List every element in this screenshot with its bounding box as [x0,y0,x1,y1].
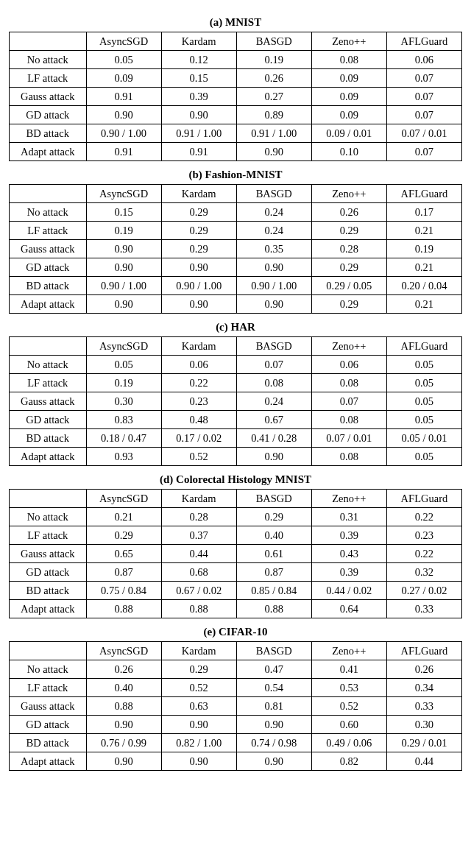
value-cell: 0.67 / 0.02 [161,582,236,600]
value-cell: 0.06 [386,51,461,69]
method-header: AFLGuard [386,490,461,508]
value-cell: 0.53 [311,679,386,697]
value-cell: 0.30 [86,392,161,411]
attack-label: BD attack [10,124,87,143]
method-header: AFLGuard [386,185,461,203]
value-cell: 0.44 / 0.02 [311,582,386,600]
value-cell: 0.29 [86,526,161,545]
value-cell: 0.33 [386,697,461,716]
value-cell: 0.37 [161,526,236,545]
method-header: Zeno++ [311,32,386,51]
method-header: AFLGuard [386,642,461,660]
value-cell: 0.41 / 0.28 [236,429,311,448]
method-header: BASGD [236,337,311,356]
value-cell: 0.40 [86,679,161,697]
value-cell: 0.07 / 0.01 [386,124,461,143]
value-cell: 0.15 [86,203,161,222]
value-cell: 0.83 [86,411,161,429]
method-header: BASGD [236,642,311,660]
value-cell: 0.90 [86,258,161,277]
value-cell: 0.87 [86,563,161,582]
value-cell: 0.19 [386,240,461,258]
value-cell: 0.61 [236,545,311,563]
attack-label: GD attack [10,106,87,124]
table-row: GD attack0.900.900.900.600.30 [10,716,462,734]
results-table: AsyncSGDKardamBASGDZeno++AFLGuardNo atta… [9,641,462,771]
value-cell: 0.90 / 1.00 [86,277,161,295]
value-cell: 0.33 [386,600,461,618]
table-row: Gauss attack0.650.440.610.430.22 [10,545,462,563]
value-cell: 0.82 [311,752,386,771]
table-row: No attack0.050.120.190.080.06 [10,51,462,69]
value-cell: 0.35 [236,240,311,258]
value-cell: 0.90 / 1.00 [86,124,161,143]
value-cell: 0.24 [236,222,311,240]
attack-label: Adapt attack [10,295,87,314]
value-cell: 0.18 / 0.47 [86,429,161,448]
value-cell: 0.90 [86,240,161,258]
value-cell: 0.05 [386,374,461,392]
value-cell: 0.21 [386,295,461,314]
table-row: GD attack0.830.480.670.080.05 [10,411,462,429]
attack-label: BD attack [10,734,87,752]
value-cell: 0.07 [386,69,461,88]
method-header: Kardam [161,185,236,203]
value-cell: 0.34 [386,679,461,697]
value-cell: 0.74 / 0.98 [236,734,311,752]
attack-label: LF attack [10,222,87,240]
attack-label: LF attack [10,526,87,545]
method-header: Kardam [161,642,236,660]
value-cell: 0.21 [386,222,461,240]
value-cell: 0.44 [161,545,236,563]
method-header: AFLGuard [386,337,461,356]
table-row: Gauss attack0.880.630.810.520.33 [10,697,462,716]
table-row: LF attack0.290.370.400.390.23 [10,526,462,545]
value-cell: 0.26 [236,69,311,88]
method-header: Kardam [161,32,236,51]
value-cell: 0.29 [161,240,236,258]
value-cell: 0.05 [386,448,461,466]
method-header: AsyncSGD [86,32,161,51]
value-cell: 0.88 [236,600,311,618]
value-cell: 0.54 [236,679,311,697]
table-row: LF attack0.190.220.080.080.05 [10,374,462,392]
attack-label: Gauss attack [10,240,87,258]
value-cell: 0.90 [161,258,236,277]
attack-label: GD attack [10,411,87,429]
value-cell: 0.64 [311,600,386,618]
value-cell: 0.47 [236,660,311,679]
method-header: Kardam [161,490,236,508]
table-row: Adapt attack0.900.900.900.290.21 [10,295,462,314]
attack-label: Adapt attack [10,752,87,771]
value-cell: 0.27 [236,88,311,106]
table-row: No attack0.210.280.290.310.22 [10,508,462,526]
tables-container: (a) MNISTAsyncSGDKardamBASGDZeno++AFLGua… [9,16,462,771]
value-cell: 0.90 [86,106,161,124]
value-cell: 0.08 [311,411,386,429]
value-cell: 0.60 [311,716,386,734]
method-header: Zeno++ [311,642,386,660]
value-cell: 0.08 [311,448,386,466]
value-cell: 0.09 [311,88,386,106]
table-caption: (a) MNIST [9,16,462,29]
value-cell: 0.89 [236,106,311,124]
table-row: No attack0.260.290.470.410.26 [10,660,462,679]
value-cell: 0.27 / 0.02 [386,582,461,600]
value-cell: 0.81 [236,697,311,716]
attack-label: Gauss attack [10,392,87,411]
value-cell: 0.90 [86,752,161,771]
value-cell: 0.93 [86,448,161,466]
value-cell: 0.88 [161,600,236,618]
table-row: No attack0.050.060.070.060.05 [10,356,462,374]
method-header: BASGD [236,32,311,51]
value-cell: 0.20 / 0.04 [386,277,461,295]
value-cell: 0.87 [236,563,311,582]
value-cell: 0.85 / 0.84 [236,582,311,600]
value-cell: 0.06 [311,356,386,374]
value-cell: 0.05 [86,51,161,69]
corner-cell [10,185,87,203]
corner-cell [10,337,87,356]
value-cell: 0.29 / 0.05 [311,277,386,295]
attack-label: LF attack [10,69,87,88]
attack-label: Gauss attack [10,88,87,106]
